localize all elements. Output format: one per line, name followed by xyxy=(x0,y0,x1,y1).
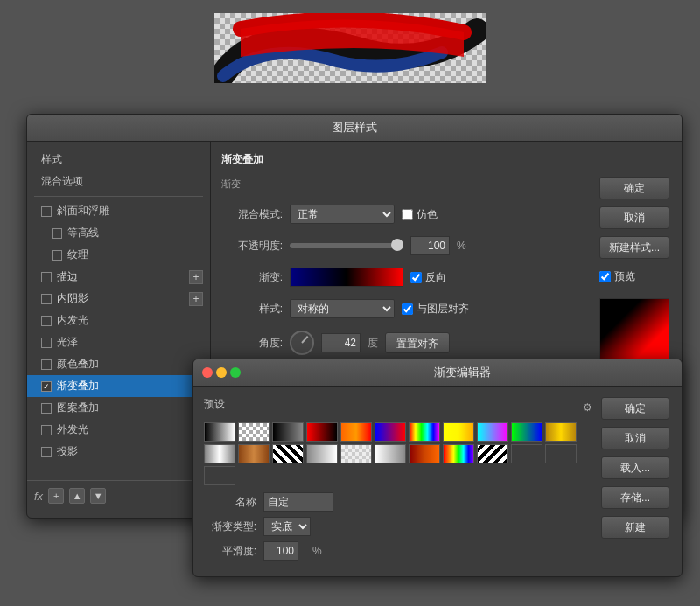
smoothness-label: 平滑度: xyxy=(204,544,256,559)
new-style-btn[interactable]: 新建样式... xyxy=(599,236,669,259)
sidebar-item-stroke[interactable]: 描边 + xyxy=(27,266,210,288)
preset-item-5[interactable] xyxy=(374,422,406,442)
opacity-input[interactable] xyxy=(410,236,450,255)
move-up-btn[interactable]: ▲ xyxy=(69,488,85,504)
preset-item-6[interactable] xyxy=(409,422,440,442)
styles-sidebar: 样式 混合选项 斜面和浮雕 等高线 纹理 描边 xyxy=(27,142,211,518)
name-input[interactable] xyxy=(263,492,333,512)
ge-load-btn[interactable]: 载入... xyxy=(601,456,669,479)
checkbox-color-overlay[interactable] xyxy=(41,359,52,370)
smoothness-row: 平滑度: % xyxy=(204,541,592,561)
angle-input[interactable] xyxy=(321,333,360,352)
style-select[interactable]: 对称的 线性 径向 角度 菱形 xyxy=(290,299,395,318)
checkbox-texture[interactable] xyxy=(52,250,62,261)
simulate-checkbox[interactable] xyxy=(402,209,413,220)
checkbox-pattern-overlay[interactable] xyxy=(41,403,52,414)
preset-item-19[interactable] xyxy=(477,444,508,463)
checkbox-contour[interactable] xyxy=(52,228,62,239)
action-buttons: 确定 取消 新建样式... 预览 xyxy=(599,177,669,368)
preset-item-9[interactable] xyxy=(511,422,542,442)
preview-checkbox[interactable] xyxy=(599,271,611,282)
preview-canvas xyxy=(214,13,486,83)
ge-ok-btn[interactable]: 确定 xyxy=(601,397,669,420)
smoothness-input[interactable] xyxy=(263,541,298,561)
checkbox-inner-glow[interactable] xyxy=(41,316,52,326)
preset-item-12[interactable] xyxy=(238,444,270,463)
presets-grid xyxy=(204,422,592,485)
simulate-checkbox-row: 仿色 xyxy=(402,207,438,222)
sidebar-item-inner-shadow[interactable]: 内阴影 + xyxy=(27,288,210,310)
sidebar-item-gradient-overlay[interactable]: 渐变叠加 xyxy=(27,375,210,397)
sidebar-item-inner-glow[interactable]: 内发光 xyxy=(27,310,210,331)
sidebar-item-pattern-overlay[interactable]: 图案叠加 xyxy=(27,397,210,419)
preset-item-16[interactable] xyxy=(374,444,406,463)
add-effect-btn[interactable]: + xyxy=(48,488,64,504)
ge-new-btn[interactable]: 新建 xyxy=(601,516,669,539)
type-select[interactable]: 实底 杂色 xyxy=(263,517,311,536)
reset-align-btn[interactable]: 置置对齐 xyxy=(385,332,450,353)
sidebar-item-texture[interactable]: 纹理 xyxy=(27,244,210,266)
opacity-slider[interactable] xyxy=(290,243,403,248)
preview-svg xyxy=(214,13,486,83)
preset-item-10[interactable] xyxy=(545,422,577,442)
angle-circle[interactable] xyxy=(290,331,314,355)
checkbox-bevel[interactable] xyxy=(41,206,52,217)
checkbox-drop-shadow[interactable] xyxy=(41,447,52,457)
gradient-preview-bar[interactable] xyxy=(290,268,403,287)
sidebar-item-bevel[interactable]: 斜面和浮雕 xyxy=(27,200,210,222)
ge-titlebar: 渐变编辑器 xyxy=(193,359,682,387)
sidebar-item-drop-shadow[interactable]: 投影 xyxy=(27,441,210,463)
reverse-checkbox[interactable] xyxy=(410,272,422,283)
blend-mode-label: 混合模式: xyxy=(221,207,283,222)
smoothness-percent: % xyxy=(312,545,322,557)
sidebar-item-outer-glow[interactable]: 外发光 xyxy=(27,419,210,441)
opacity-thumb[interactable] xyxy=(391,239,403,251)
preset-item-15[interactable] xyxy=(340,444,372,463)
ge-cancel-btn[interactable]: 取消 xyxy=(601,427,669,449)
simulate-label: 仿色 xyxy=(416,207,438,222)
preset-item-14[interactable] xyxy=(306,444,338,463)
sidebar-item-contour[interactable]: 等高线 xyxy=(27,222,210,244)
ok-btn[interactable]: 确定 xyxy=(599,177,669,199)
preset-item-0[interactable] xyxy=(204,422,235,442)
preset-item-13[interactable] xyxy=(272,444,304,463)
preset-item-2[interactable] xyxy=(272,422,304,442)
preset-item-18[interactable] xyxy=(443,444,474,463)
ge-action-buttons: 确定 取消 载入... 存储... 新建 xyxy=(601,397,671,566)
checkbox-gradient-overlay[interactable] xyxy=(41,381,52,392)
style-label: 样式: xyxy=(221,302,283,317)
preset-item-21[interactable] xyxy=(545,444,577,463)
add-stroke-btn[interactable]: + xyxy=(189,270,203,284)
maximize-dot[interactable] xyxy=(230,367,241,378)
checkbox-stroke[interactable] xyxy=(41,272,52,282)
close-dot[interactable] xyxy=(202,367,213,378)
sidebar-blending-label[interactable]: 混合选项 xyxy=(34,171,203,192)
cancel-btn[interactable]: 取消 xyxy=(599,206,669,229)
align-checkbox[interactable] xyxy=(402,303,413,315)
checkbox-outer-glow[interactable] xyxy=(41,425,52,435)
preset-item-20[interactable] xyxy=(511,444,542,463)
move-down-btn[interactable]: ▼ xyxy=(90,488,106,504)
checkbox-inner-shadow[interactable] xyxy=(41,294,52,304)
preset-item-8[interactable] xyxy=(477,422,508,442)
reverse-label: 反向 xyxy=(425,270,446,285)
gear-icon[interactable]: ⚙ xyxy=(583,401,592,414)
preset-item-4[interactable] xyxy=(340,422,372,442)
preset-item-1[interactable] xyxy=(238,422,270,442)
add-inner-shadow-btn[interactable]: + xyxy=(189,292,203,306)
sidebar-item-satin[interactable]: 光泽 xyxy=(27,331,210,353)
preset-item-7[interactable] xyxy=(443,422,474,442)
sidebar-item-color-overlay[interactable]: 颜色叠加 xyxy=(27,353,210,375)
minimize-dot[interactable] xyxy=(216,367,227,378)
preset-item-17[interactable] xyxy=(409,444,440,463)
checkbox-satin[interactable] xyxy=(41,338,52,348)
align-checkbox-row: 与图层对齐 xyxy=(402,302,469,317)
preset-item-11[interactable] xyxy=(204,444,235,463)
preset-item-22[interactable] xyxy=(204,466,235,485)
sidebar-style-label[interactable]: 样式 xyxy=(34,149,203,171)
ge-save-btn[interactable]: 存储... xyxy=(601,486,669,509)
name-row: 名称 xyxy=(204,492,592,512)
blend-mode-select[interactable]: 正常 溶解 正片叠底 xyxy=(290,205,395,224)
preset-item-3[interactable] xyxy=(306,422,338,442)
presets-label: 预设 xyxy=(204,397,225,412)
